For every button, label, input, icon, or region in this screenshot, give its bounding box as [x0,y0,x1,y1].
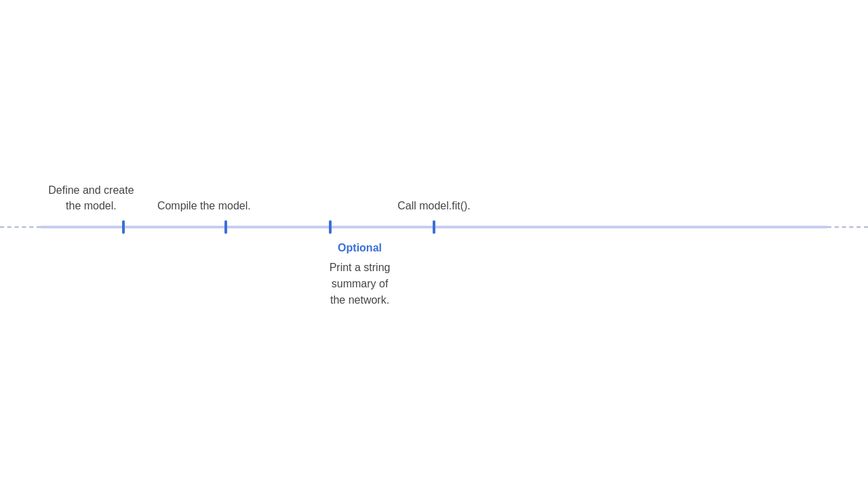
labels-above: Define and create the model. Compile the… [0,166,868,214]
solid-line [41,226,827,228]
labels-below: Optional Print a stringsummary ofthe net… [0,241,868,322]
tick-step4 [433,220,435,234]
label-step2-above: Compile the model. [153,199,255,214]
tick-step3 [329,220,332,234]
label-step1-above: Define and create the model. [40,183,142,214]
dashed-line-left [0,226,41,228]
label-step3-desc: Print a stringsummary ofthe network. [309,260,411,308]
label-step4-above: Call model.fit(). [383,199,485,214]
tick-step2 [224,220,227,234]
tick-step1 [122,220,125,234]
main-container: Define and create the model. Compile the… [0,0,868,488]
dashed-line-right [827,226,868,228]
label-step3-optional: Optional [309,241,411,256]
timeline [0,220,868,234]
timeline-wrapper: Define and create the model. Compile the… [0,166,868,322]
